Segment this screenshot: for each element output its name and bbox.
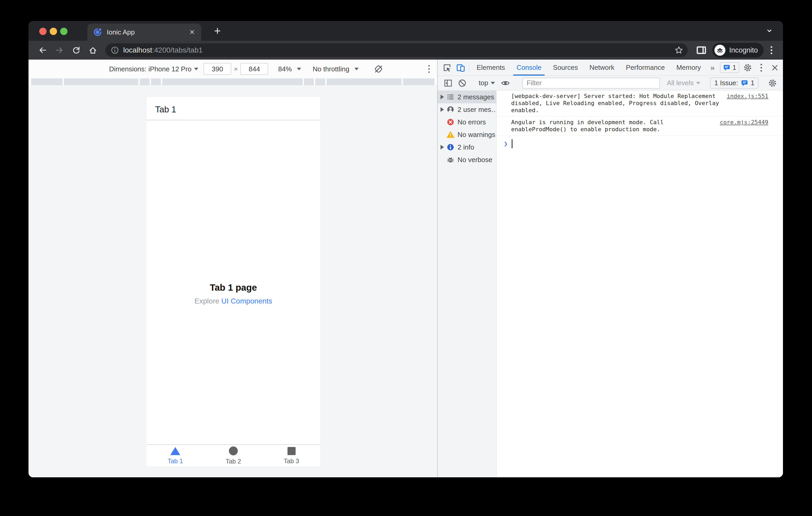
devtools-tab-network[interactable]: Network: [584, 60, 620, 75]
devtools-tab-bar: Elements Console Sources Network Perform…: [438, 60, 783, 76]
dimensions-select[interactable]: Dimensions: iPhone 12 Pro: [109, 65, 192, 73]
zoom-select[interactable]: 84%: [278, 65, 301, 73]
source-link[interactable]: core.mjs:25449: [720, 119, 768, 126]
bug-icon: [446, 156, 458, 164]
live-expression-eye-icon[interactable]: [499, 79, 512, 88]
clear-console-icon[interactable]: [456, 79, 468, 88]
app-tab-3[interactable]: Tab 3: [262, 445, 320, 466]
devtools-tab-console[interactable]: Console: [511, 60, 547, 75]
incognito-badge[interactable]: Incognito: [712, 43, 763, 58]
expand-arrow-icon[interactable]: [440, 145, 444, 150]
issue-bubble-icon: [723, 64, 730, 71]
app-header: Tab 1: [146, 97, 320, 120]
device-emulation-pane: Dimensions: iPhone 12 Pro × 84% No throt…: [29, 60, 437, 477]
forward-icon[interactable]: [52, 43, 67, 58]
sidebar-item-errors[interactable]: No errors: [438, 116, 496, 128]
devtools-close-icon[interactable]: [768, 60, 782, 75]
expand-arrow-icon[interactable]: [440, 95, 444, 99]
more-tabs-icon[interactable]: »: [706, 60, 718, 75]
viewport-width-input[interactable]: [204, 63, 231, 75]
viewport-height-input[interactable]: [240, 63, 268, 75]
zoom-caret-icon: [297, 68, 301, 70]
ionic-favicon-icon: [93, 28, 102, 37]
close-window-button[interactable]: [39, 28, 47, 35]
device-toolbar: Dimensions: iPhone 12 Pro × 84% No throt…: [29, 60, 437, 79]
media-query-bar[interactable]: [29, 79, 437, 85]
expand-arrow-icon[interactable]: [440, 107, 444, 112]
throttling-select[interactable]: No throttling: [313, 65, 359, 73]
app-tab-2[interactable]: Tab 2: [204, 445, 262, 466]
browser-tab[interactable]: Ionic App ✕: [87, 24, 201, 41]
devtools-settings-gear-icon[interactable]: [741, 60, 754, 75]
page-title: Tab 1 page: [146, 282, 320, 293]
warning-icon: [446, 131, 458, 139]
app-header-title: Tab 1: [155, 104, 176, 115]
log-levels-select[interactable]: All levels: [665, 79, 703, 87]
browser-toolbar: localhost:4200/tabs/tab1 Incognito: [29, 41, 783, 60]
console-sidebar: 2 messages 2 user mes… N: [438, 90, 496, 477]
sidebar-item-verbose[interactable]: No verbose: [438, 153, 496, 166]
home-icon[interactable]: [86, 43, 100, 58]
devtools-tab-sources[interactable]: Sources: [547, 60, 584, 75]
console-messages: [webpack-dev-server] Server started: Hot…: [496, 90, 783, 477]
sidebar-item-all-messages[interactable]: 2 messages: [438, 91, 496, 103]
page-subtitle: Explore UI Components: [146, 297, 320, 305]
sidebar-item-info[interactable]: 2 info: [438, 141, 496, 153]
info-icon: [446, 143, 458, 151]
site-info-icon[interactable]: [111, 46, 119, 54]
inspect-element-icon[interactable]: [440, 60, 454, 75]
console-sidebar-toggle-icon[interactable]: [442, 79, 455, 88]
devtools-menu-icon[interactable]: [754, 60, 768, 75]
browser-menu-icon[interactable]: [766, 43, 777, 58]
error-icon: [446, 118, 458, 126]
url-text: localhost:4200/tabs/tab1: [123, 46, 671, 54]
console-message[interactable]: Angular is running in development mode. …: [496, 117, 783, 136]
app-tab-1[interactable]: Tab 1: [146, 445, 204, 466]
sidebar-item-warnings[interactable]: No warnings: [438, 128, 496, 141]
tab-search-chevron-icon[interactable]: [765, 27, 774, 35]
dimensions-times: ×: [234, 65, 238, 73]
console-settings-gear-icon[interactable]: [766, 79, 779, 88]
device-toolbar-toggle-icon[interactable]: [454, 60, 467, 75]
minimize-window-button[interactable]: [50, 28, 57, 35]
messages-list-icon: [446, 93, 458, 101]
back-icon[interactable]: [35, 43, 50, 58]
sidebar-item-user-messages[interactable]: 2 user mes…: [438, 103, 496, 116]
zoom-window-button[interactable]: [60, 28, 67, 35]
console-filter-input[interactable]: [522, 78, 660, 89]
address-bar[interactable]: localhost:4200/tabs/tab1: [106, 43, 688, 57]
window-content: Dimensions: iPhone 12 Pro × 84% No throt…: [29, 60, 783, 477]
app-tab-bar: Tab 1 Tab 2 Tab 3: [146, 444, 320, 466]
rotate-device-icon[interactable]: [373, 64, 384, 74]
text-cursor: [512, 139, 513, 148]
triangle-icon: [170, 447, 180, 455]
issues-counter[interactable]: 1 Issue: 1: [710, 78, 759, 89]
reload-icon[interactable]: [69, 43, 83, 58]
tab-title: Ionic App: [107, 28, 188, 36]
incognito-icon: [715, 45, 725, 56]
devtools-tab-performance[interactable]: Performance: [620, 60, 671, 75]
side-panel-icon[interactable]: [696, 45, 706, 55]
app-content: Tab 1 page Explore UI Components: [146, 120, 320, 444]
console-message[interactable]: [webpack-dev-server] Server started: Hot…: [496, 90, 783, 117]
prompt-chevron-icon: ❯: [504, 140, 508, 147]
new-tab-button[interactable]: +: [209, 23, 226, 39]
issues-badge[interactable]: 1: [720, 62, 739, 73]
devtools-tab-memory[interactable]: Memory: [670, 60, 706, 75]
javascript-context-select[interactable]: top: [476, 79, 498, 87]
device-toolbar-menu-icon[interactable]: [428, 64, 430, 74]
incognito-label: Incognito: [729, 46, 758, 54]
source-link[interactable]: index.js:551: [727, 93, 768, 99]
ellipse-icon: [229, 447, 238, 455]
device-viewport: Tab 1 Tab 1 page Explore UI Components T…: [146, 97, 320, 466]
issue-bubble-icon: [741, 80, 748, 87]
ui-components-link[interactable]: UI Components: [221, 297, 272, 305]
console-body: 2 messages 2 user mes… N: [438, 90, 783, 477]
console-prompt[interactable]: ❯: [496, 136, 783, 148]
devtools-tab-elements[interactable]: Elements: [471, 60, 511, 75]
browser-window: Ionic App ✕ + localhost:4200/tabs/tab1: [29, 21, 783, 477]
bookmark-star-icon[interactable]: [674, 45, 684, 55]
tab-close-icon[interactable]: ✕: [188, 28, 196, 37]
user-icon: [446, 105, 458, 114]
throttling-caret-icon: [354, 68, 359, 70]
